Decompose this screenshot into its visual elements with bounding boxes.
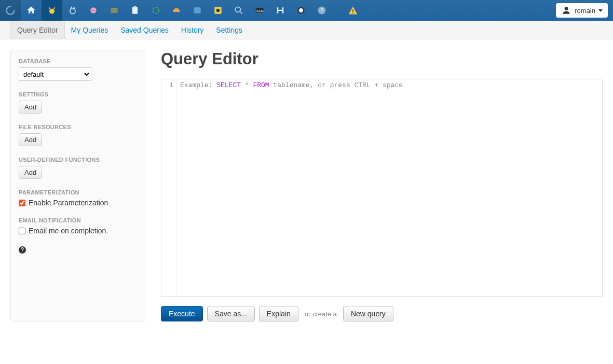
user-name: romain	[575, 7, 595, 15]
explain-button[interactable]: Explain	[259, 306, 298, 321]
fileresources-add-button[interactable]: Add	[19, 133, 42, 146]
tab-settings[interactable]: Settings	[210, 21, 249, 39]
query-editor-box[interactable]: 1 Example: SELECT * FROM tablename, or p…	[161, 79, 603, 297]
impala-icon[interactable]	[62, 0, 83, 21]
home-icon[interactable]	[21, 0, 42, 21]
database-label: DATABASE	[19, 58, 137, 64]
beeswax-icon[interactable]	[42, 0, 62, 21]
email-checkbox-label: Email me on completion.	[29, 227, 108, 235]
svg-point-1	[49, 9, 55, 14]
tab-history[interactable]: History	[175, 21, 210, 39]
svg-point-11	[216, 9, 220, 12]
svg-text:>HUE: >HUE	[255, 9, 264, 12]
svg-point-3	[92, 10, 93, 11]
svg-rect-9	[194, 7, 200, 13]
editor-code-area[interactable]: Example: SELECT * FROM tablename, or pre…	[177, 79, 602, 296]
udf-label: USER-DEFINED FUNCTIONS	[19, 157, 137, 163]
svg-rect-6	[132, 7, 138, 13]
page-title: Query Editor	[161, 50, 603, 68]
parameterization-checkbox-label: Enable Parameterization	[29, 199, 108, 207]
svg-point-12	[235, 7, 240, 12]
hardhat-icon[interactable]	[166, 0, 187, 21]
sqoop-icon[interactable]	[104, 0, 125, 21]
zookeeper-icon[interactable]	[291, 0, 311, 21]
tab-my-queries[interactable]: My Queries	[65, 21, 115, 39]
save-as-button[interactable]: Save as...	[207, 306, 255, 321]
user-icon	[561, 5, 571, 16]
tab-saved-queries[interactable]: Saved Queries	[114, 21, 175, 39]
hue-logo[interactable]	[0, 0, 21, 21]
clipboard-icon[interactable]	[125, 0, 145, 21]
user-menu[interactable]: romain	[556, 3, 608, 18]
disc-icon[interactable]	[208, 0, 228, 21]
line-number: 1	[169, 81, 173, 89]
chevron-down-icon	[598, 9, 603, 12]
email-checkbox[interactable]	[19, 228, 25, 234]
svg-point-4	[94, 10, 95, 11]
svg-rect-20	[352, 12, 353, 13]
help-topbar-icon[interactable]: ?	[311, 0, 332, 21]
action-row: Execute Save as... Explain or create a N…	[161, 306, 603, 321]
warning-icon[interactable]	[343, 0, 363, 21]
pig-icon[interactable]	[83, 0, 104, 21]
svg-rect-5	[111, 8, 117, 13]
or-create-text: or create a	[303, 310, 339, 318]
execute-button[interactable]: Execute	[161, 306, 203, 321]
svg-point-21	[565, 7, 568, 10]
main: Query Editor 1 Example: SELECT * FROM ta…	[161, 50, 603, 321]
new-query-button[interactable]: New query	[343, 306, 393, 321]
folder-icon[interactable]	[187, 0, 208, 21]
database-select[interactable]: default	[19, 67, 91, 81]
svg-point-16	[299, 8, 303, 12]
topbar: >HUE ? romain	[0, 0, 613, 21]
email-label: EMAIL NOTIFICATION	[19, 217, 137, 223]
svg-point-2	[90, 7, 97, 13]
oozie-icon[interactable]	[145, 0, 166, 21]
hbase-icon[interactable]	[270, 0, 291, 21]
svg-rect-7	[134, 6, 137, 8]
settings-label: SETTINGS	[19, 91, 137, 97]
hue-badge-icon[interactable]: >HUE	[249, 0, 270, 21]
help-icon[interactable]: ?	[19, 246, 26, 254]
editor-gutter: 1	[161, 79, 177, 296]
sidebar: DATABASE default SETTINGS Add FILE RESOU…	[10, 50, 145, 321]
subnav: Query Editor My Queries Saved Queries Hi…	[0, 21, 613, 39]
search-icon[interactable]	[228, 0, 249, 21]
svg-point-8	[153, 7, 159, 13]
svg-rect-19	[352, 9, 353, 11]
udf-add-button[interactable]: Add	[19, 166, 42, 179]
svg-point-0	[7, 7, 15, 15]
parameterization-checkbox[interactable]	[19, 200, 25, 206]
settings-add-button[interactable]: Add	[19, 101, 42, 114]
tab-query-editor[interactable]: Query Editor	[10, 21, 65, 39]
svg-text:?: ?	[320, 7, 323, 13]
content: DATABASE default SETTINGS Add FILE RESOU…	[0, 39, 613, 332]
fileresources-label: FILE RESOURCES	[19, 124, 137, 130]
parameterization-label: PARAMETERIZATION	[19, 189, 137, 195]
